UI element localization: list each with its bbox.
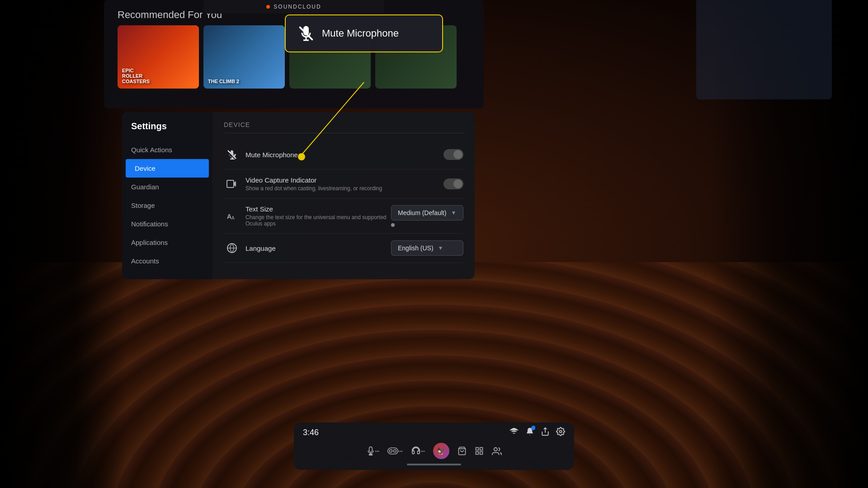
- sidebar-item-accounts[interactable]: Accounts: [122, 252, 212, 270]
- settings-panel: Settings Quick Actions Device Guardian S…: [122, 112, 475, 279]
- tb-headset-icon[interactable]: •••: [411, 446, 425, 455]
- game-card-climb2[interactable]: THE CLIMB 2: [203, 25, 285, 89]
- share-icon[interactable]: [541, 427, 550, 438]
- mute-mic-info: Mute Microphone: [245, 151, 443, 159]
- language-dropdown[interactable]: English (US) ▼: [391, 240, 463, 256]
- video-capture-name: Video Capture Indicator: [245, 176, 443, 184]
- svg-point-11: [394, 450, 396, 452]
- svg-rect-16: [480, 452, 483, 455]
- svg-rect-15: [476, 452, 479, 455]
- text-size-dot: [391, 223, 395, 227]
- sidebar-item-applications[interactable]: Applications: [122, 233, 212, 252]
- wifi-icon: [509, 427, 519, 438]
- svg-rect-13: [476, 448, 479, 450]
- gear-icon[interactable]: [556, 427, 565, 438]
- game-card-climb2-title: THE CLIMB 2: [208, 79, 239, 84]
- text-size-info: Text Size Change the text size for the u…: [245, 205, 391, 227]
- text-size-name: Text Size: [245, 205, 391, 213]
- language-dropdown-arrow: ▼: [438, 245, 443, 251]
- sidebar-item-device[interactable]: Device: [126, 159, 209, 178]
- video-capture-icon: [224, 176, 240, 192]
- tb-vr-icon[interactable]: •••: [387, 447, 402, 455]
- tooltip-label: Mute Microphone: [322, 28, 399, 39]
- svg-rect-14: [480, 448, 483, 450]
- soundcloud-bar: SOUNDCLOUD: [203, 0, 384, 14]
- tb-people-icon[interactable]: [492, 446, 502, 455]
- sidebar-item-quick-actions[interactable]: Quick Actions: [122, 141, 212, 159]
- svg-text:A: A: [227, 213, 231, 220]
- tooltip-popup: Mute Microphone: [285, 14, 443, 52]
- tb-mic-icon[interactable]: •••: [366, 446, 379, 455]
- video-capture-info: Video Capture Indicator Show a red dot w…: [245, 176, 443, 192]
- mute-mic-icon: [224, 146, 240, 163]
- language-name: Language: [245, 244, 391, 252]
- mute-mic-name: Mute Microphone: [245, 151, 443, 159]
- sidebar-item-guardian[interactable]: Guardian: [122, 178, 212, 196]
- notification-badge: [531, 426, 535, 430]
- settings-content: Device Mute Microphone: [212, 112, 475, 279]
- settings-sidebar: Settings Quick Actions Device Guardian S…: [122, 112, 212, 279]
- game-card-epic[interactable]: EPICROLLERCOASTERS: [118, 25, 199, 89]
- bg-panel-top-right: [696, 0, 832, 99]
- sidebar-item-storage[interactable]: Storage: [122, 196, 212, 215]
- language-value: English (US): [398, 244, 434, 252]
- tooltip-mic-icon: [297, 24, 315, 42]
- setting-row-language: Language English (US) ▼: [224, 234, 463, 263]
- taskbar-scroll-bar: [407, 464, 461, 465]
- text-size-dropdown-arrow: ▼: [451, 210, 456, 216]
- language-icon: [224, 240, 240, 256]
- text-size-desc: Change the text size for the universal m…: [245, 214, 391, 227]
- video-capture-desc: Show a red dot when casting, livestreami…: [245, 185, 443, 192]
- setting-row-mute-mic: Mute Microphone: [224, 140, 463, 169]
- svg-point-8: [560, 431, 562, 433]
- taskbar-time: 3:46: [303, 428, 319, 437]
- svg-rect-1: [227, 180, 234, 188]
- taskbar-top-row: 3:46: [303, 427, 565, 438]
- setting-row-text-size: A A Text Size Change the text size for t…: [224, 199, 463, 234]
- tb-grid-icon[interactable]: [475, 446, 484, 455]
- game-card-epic-title: EPICROLLERCOASTERS: [122, 68, 150, 84]
- setting-row-video-capture: Video Capture Indicator Show a red dot w…: [224, 169, 463, 199]
- language-info: Language: [245, 244, 391, 252]
- svg-point-17: [494, 448, 497, 451]
- tb-store-icon[interactable]: [458, 446, 467, 455]
- svg-text:A: A: [231, 216, 235, 221]
- mute-mic-toggle[interactable]: [443, 149, 463, 160]
- taskbar-bottom-row: ••• ••• ••• 🦅: [303, 440, 565, 459]
- tb-avatar[interactable]: 🦅: [433, 443, 449, 459]
- settings-title: Settings: [122, 121, 212, 141]
- soundcloud-label: SOUNDCLOUD: [274, 4, 321, 10]
- text-size-value: Medium (Default): [398, 209, 446, 216]
- video-capture-toggle[interactable]: [443, 178, 463, 189]
- svg-point-10: [390, 450, 392, 452]
- taskbar-status-icons: [509, 427, 565, 438]
- text-size-icon: A A: [224, 208, 240, 224]
- text-size-dropdown[interactable]: Medium (Default) ▼: [391, 205, 463, 221]
- section-title-device: Device: [224, 121, 463, 133]
- bell-icon[interactable]: [525, 429, 534, 438]
- soundcloud-dot: [266, 5, 270, 9]
- bell-wrapper: [525, 427, 534, 438]
- sidebar-item-notifications[interactable]: Notifications: [122, 215, 212, 233]
- taskbar: 3:46: [294, 422, 574, 470]
